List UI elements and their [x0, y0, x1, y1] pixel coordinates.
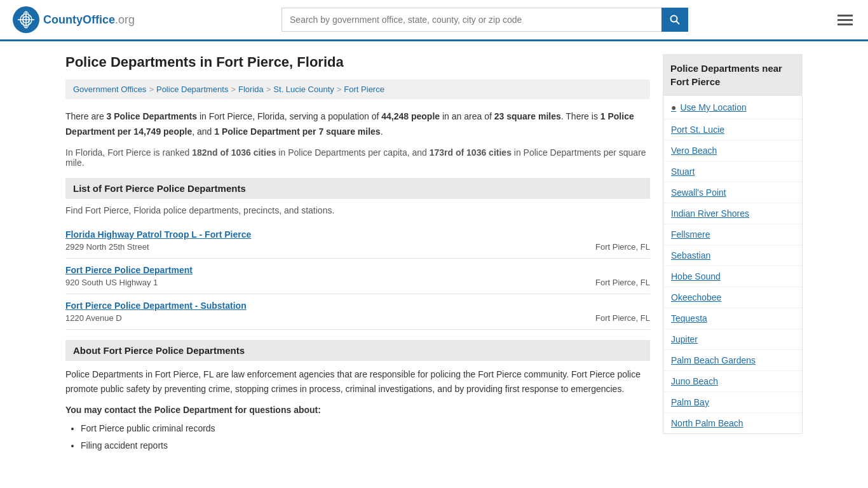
menu-icon-bar1 — [837, 15, 853, 17]
site-header: CountyOffice.org — [0, 0, 868, 41]
use-my-location-label: Use My Location — [680, 102, 746, 112]
dept-name-2[interactable]: Fort Pierce Police Department — [65, 265, 193, 275]
dept-city-3: Fort Pierce, FL — [595, 313, 650, 323]
menu-icon-bar3 — [837, 24, 853, 25]
sidebar-link-2[interactable]: Stuart — [663, 161, 802, 182]
contact-heading: You may contact the Police Department fo… — [65, 405, 650, 415]
breadcrumb-sep1: > — [149, 85, 154, 94]
list-section-header: List of Fort Pierce Police Departments — [65, 178, 650, 199]
dept-row-2: 920 South US Highway 1 Fort Pierce, FL — [65, 278, 650, 287]
main-container: Police Departments in Fort Pierce, Flori… — [53, 41, 815, 466]
rank-capita: 182nd of 1036 cities — [192, 147, 276, 158]
sidebar-link-4[interactable]: Indian River Shores — [663, 203, 802, 224]
content-area: Police Departments in Fort Pierce, Flori… — [65, 54, 650, 454]
population: 44,248 people — [381, 111, 440, 121]
sidebar-link-6[interactable]: Sebastian — [663, 245, 802, 266]
dept-item-3: Fort Pierce Police Department - Substati… — [65, 294, 650, 330]
per-square: 1 Police Department per 7 square miles — [214, 126, 380, 137]
bullet-list: Fort Pierce public criminal records Fili… — [65, 420, 650, 454]
breadcrumb-link-police[interactable]: Police Departments — [156, 85, 228, 94]
dept-item-2: Fort Pierce Police Department 920 South … — [65, 259, 650, 294]
sidebar-link-8[interactable]: Okeechobee — [663, 287, 802, 308]
list-section-desc: Find Fort Pierce, Florida police departm… — [65, 205, 650, 215]
dept-row-1: 2929 North 25th Street Fort Pierce, FL — [65, 242, 650, 252]
sidebar-link-0[interactable]: Port St. Lucie — [663, 119, 802, 140]
dept-label: Police Departments — [114, 111, 197, 121]
breadcrumb-sep2: > — [231, 85, 236, 94]
menu-button[interactable] — [835, 12, 855, 28]
sidebar-link-11[interactable]: Palm Beach Gardens — [663, 350, 802, 371]
logo[interactable]: CountyOffice.org — [13, 6, 135, 33]
sidebar-link-12[interactable]: Juno Beach — [663, 371, 802, 392]
dept-name-3[interactable]: Fort Pierce Police Department - Substati… — [65, 301, 247, 311]
bullet-item-1: Fort Pierce public criminal records — [81, 420, 650, 437]
sidebar-link-13[interactable]: Palm Bay — [663, 392, 802, 413]
dept-address-1: 2929 North 25th Street — [65, 242, 149, 252]
sidebar-link-7[interactable]: Hobe Sound — [663, 266, 802, 287]
dept-address-2: 920 South US Highway 1 — [65, 278, 158, 287]
dept-address-3: 1220 Avenue D — [65, 313, 122, 323]
breadcrumb-sep3: > — [266, 85, 271, 94]
search-input[interactable] — [281, 8, 661, 32]
search-button[interactable] — [661, 8, 688, 32]
logo-text: CountyOffice.org — [43, 13, 135, 27]
dept-item-1: Florida Highway Patrol Troop L - Fort Pi… — [65, 223, 650, 259]
sidebar-link-10[interactable]: Jupiter — [663, 329, 802, 350]
breadcrumb-link-gov[interactable]: Government Offices — [73, 85, 146, 94]
rank-square: 173rd of 1036 cities — [430, 147, 512, 158]
menu-icon-bar2 — [837, 19, 853, 21]
logo-icon — [13, 6, 39, 33]
breadcrumb: Government Offices > Police Departments … — [65, 79, 650, 99]
about-text: Police Departments in Fort Pierce, FL ar… — [65, 367, 650, 398]
dept-row-3: 1220 Avenue D Fort Pierce, FL — [65, 313, 650, 323]
about-section-header: About Fort Pierce Police Departments — [65, 340, 650, 361]
sidebar-link-14[interactable]: North Palm Beach — [663, 413, 802, 433]
search-area — [281, 8, 688, 32]
dept-count: 3 — [107, 111, 112, 121]
sidebar-link-1[interactable]: Vero Beach — [663, 140, 802, 161]
dept-city-1: Fort Pierce, FL — [595, 242, 650, 252]
breadcrumb-link-county[interactable]: St. Lucie County — [273, 85, 334, 94]
page-title: Police Departments in Fort Pierce, Flori… — [65, 54, 650, 71]
sidebar-link-5[interactable]: Fellsmere — [663, 224, 802, 245]
sidebar: Police Departments near Fort Pierce ● Us… — [663, 54, 803, 454]
svg-line-7 — [677, 22, 680, 25]
sidebar-link-3[interactable]: Sewall's Point — [663, 182, 802, 203]
area: 23 square miles — [494, 111, 561, 121]
sidebar-header: Police Departments near Fort Pierce — [663, 54, 803, 96]
location-icon: ● — [671, 102, 676, 112]
bullet-item-2: Filing accident reports — [81, 437, 650, 454]
intro-description: There are 3 Police Departments in Fort P… — [65, 109, 650, 140]
dept-city-2: Fort Pierce, FL — [595, 278, 650, 287]
sidebar-content: ● Use My Location Port St. Lucie Vero Be… — [663, 96, 803, 434]
dept-name-1[interactable]: Florida Highway Patrol Troop L - Fort Pi… — [65, 229, 251, 240]
svg-point-6 — [671, 16, 677, 22]
use-my-location[interactable]: ● Use My Location — [663, 96, 802, 119]
sidebar-link-9[interactable]: Tequesta — [663, 308, 802, 329]
breadcrumb-link-city[interactable]: Fort Pierce — [344, 85, 384, 94]
breadcrumb-link-florida[interactable]: Florida — [238, 85, 264, 94]
breadcrumb-sep4: > — [337, 85, 342, 94]
rank-description: In Florida, Fort Pierce is ranked 182nd … — [65, 147, 650, 168]
